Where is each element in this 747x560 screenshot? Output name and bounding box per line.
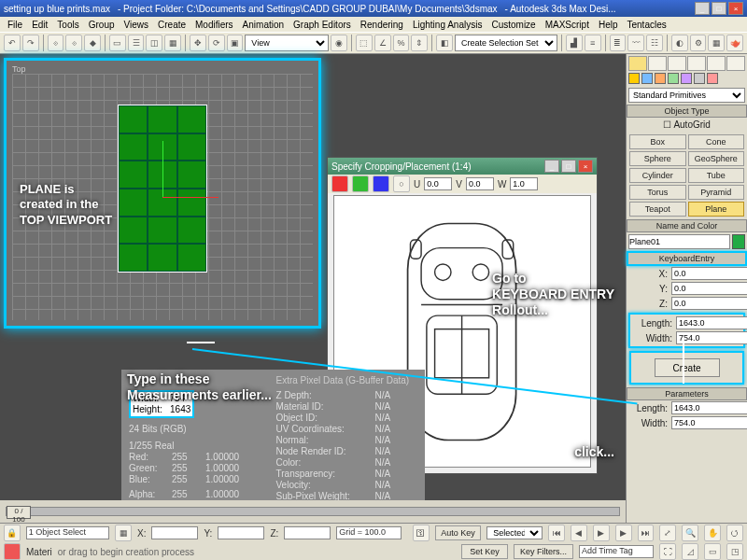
prim-pyramid[interactable]: Pyramid (688, 185, 745, 200)
geometry-icon[interactable] (628, 73, 640, 84)
coord-z-input[interactable] (284, 526, 331, 539)
close-button[interactable]: × (728, 2, 743, 15)
prim-cone[interactable]: Cone (688, 134, 745, 149)
render-frame-button[interactable]: ▦ (708, 35, 725, 51)
menu-help[interactable]: Help (595, 20, 622, 30)
coord-x-input[interactable] (151, 526, 198, 539)
crop-max-button[interactable]: □ (561, 160, 576, 173)
helpers-icon[interactable] (681, 73, 692, 84)
menu-modifiers[interactable]: Modifiers (191, 20, 237, 30)
cameras-icon[interactable] (668, 73, 679, 84)
named-sel-button[interactable]: ◧ (436, 35, 453, 51)
motion-tab[interactable] (687, 56, 706, 71)
crop-w-input[interactable] (510, 177, 538, 190)
top-viewport[interactable]: Top PLANE iscreated in theTOP VIEWPORT (4, 58, 321, 329)
time-thumb[interactable]: 0 / 100 (7, 506, 31, 519)
zoom-ext-icon[interactable]: ⤢ (659, 525, 676, 541)
select-region-button[interactable]: ◫ (146, 35, 162, 51)
keyboard-entry-header[interactable]: KeyboardEntry (627, 251, 747, 266)
kbd-width-input[interactable] (676, 331, 747, 344)
material-button[interactable]: ◐ (671, 35, 688, 51)
prim-sphere[interactable]: Sphere (629, 151, 686, 166)
time-slider[interactable]: 0 / 100 (0, 500, 626, 523)
key-icon[interactable]: ⚿ (413, 525, 430, 541)
prim-torus[interactable]: Torus (629, 185, 686, 200)
menu-lighting-analysis[interactable]: Lighting Analysis (409, 20, 486, 30)
bind-button[interactable]: ◆ (84, 35, 101, 51)
create-button[interactable]: Create (655, 358, 720, 377)
zoom-icon[interactable]: 🔍 (682, 525, 698, 541)
named-sel-dropdown[interactable]: Create Selection Set (455, 35, 557, 51)
snap-button[interactable]: ⬚ (356, 35, 373, 51)
link-button[interactable]: ⟐ (48, 35, 64, 51)
kbd-z-input[interactable] (671, 297, 747, 310)
autogrid-check[interactable]: ☐ AutoGrid (627, 118, 747, 132)
min-max-icon[interactable]: ⛶ (659, 543, 676, 560)
scale-button[interactable]: ▣ (227, 35, 244, 51)
crop-min-button[interactable]: _ (544, 160, 559, 173)
menu-graph-editors[interactable]: Graph Editors (289, 20, 355, 30)
param-length-input[interactable] (671, 401, 747, 414)
menu-maxscript[interactable]: MAXScript (542, 20, 593, 30)
modify-tab[interactable] (648, 56, 667, 71)
crop-red-icon[interactable] (331, 175, 348, 192)
zoom-region-icon[interactable]: ▭ (704, 543, 721, 560)
prim-cylinder[interactable]: Cylinder (629, 168, 686, 183)
object-name-input[interactable] (628, 234, 730, 249)
render-button[interactable]: 🫖 (726, 35, 743, 51)
prim-geosphere[interactable]: GeoSphere (688, 151, 745, 166)
spinner-snap-button[interactable]: ⇕ (411, 35, 428, 51)
crop-v-input[interactable] (466, 177, 494, 190)
kbd-x-input[interactable] (671, 267, 747, 280)
display-tab[interactable] (707, 56, 726, 71)
render-setup-button[interactable]: ⚙ (690, 35, 707, 51)
crop-alpha-icon[interactable]: ○ (393, 175, 410, 192)
prim-plane[interactable]: Plane (688, 202, 745, 217)
prim-teapot[interactable]: Teapot (629, 202, 686, 217)
ref-coord-dropdown[interactable]: View (245, 35, 329, 51)
isolate-icon[interactable]: ▦ (115, 525, 132, 541)
redo-button[interactable]: ↷ (22, 35, 39, 51)
schematic-button[interactable]: ☷ (646, 35, 663, 51)
crop-blue-icon[interactable] (373, 175, 389, 192)
menu-customize[interactable]: Customize (487, 20, 539, 30)
angle-snap-button[interactable]: ∠ (374, 35, 391, 51)
pan-icon[interactable]: ✋ (704, 525, 721, 541)
menu-views[interactable]: Views (120, 20, 153, 30)
goto-start-icon[interactable]: ⏮ (548, 525, 565, 541)
setkey-button[interactable]: Set Key (461, 544, 508, 559)
kbd-y-input[interactable] (671, 282, 747, 295)
menu-tools[interactable]: Tools (53, 20, 82, 30)
prim-box[interactable]: Box (629, 134, 686, 149)
lights-icon[interactable] (655, 73, 666, 84)
keyfilters-button[interactable]: Key Filters... (514, 544, 573, 559)
select-button[interactable]: ▭ (109, 35, 126, 51)
crop-u-input[interactable] (424, 177, 452, 190)
hierarchy-tab[interactable] (668, 56, 686, 71)
parameters-header[interactable]: Parameters (627, 387, 747, 400)
keymode-dropdown[interactable]: Selected (486, 526, 543, 539)
menu-animation[interactable]: Animation (239, 20, 288, 30)
curve-editor-button[interactable]: 〰 (627, 35, 644, 51)
crop-green-icon[interactable] (352, 175, 369, 192)
align-button[interactable]: ≡ (585, 35, 601, 51)
shapes-icon[interactable] (641, 73, 653, 84)
goto-end-icon[interactable]: ⏭ (638, 525, 655, 541)
select-name-button[interactable]: ☰ (128, 35, 145, 51)
object-color-swatch[interactable] (732, 234, 745, 249)
crop-close-button[interactable]: × (578, 160, 593, 173)
utilities-tab[interactable] (726, 56, 745, 71)
minimize-button[interactable]: _ (695, 2, 710, 15)
window-crossing-button[interactable]: ▦ (164, 35, 181, 51)
pivot-button[interactable]: ◉ (331, 35, 347, 51)
mirror-button[interactable]: ▟ (566, 35, 583, 51)
next-frame-icon[interactable]: ▶ (615, 525, 632, 541)
name-color-header[interactable]: Name and Color (627, 219, 747, 232)
menu-rendering[interactable]: Rendering (357, 20, 407, 30)
menu-tentacles[interactable]: Tentacles (624, 20, 670, 30)
lock-icon[interactable]: 🔒 (4, 525, 21, 541)
addtimetag[interactable]: Add Time Tag (579, 545, 654, 558)
rotate-button[interactable]: ⟳ (208, 35, 225, 51)
layer-button[interactable]: ≣ (610, 35, 627, 51)
menu-edit[interactable]: Edit (28, 20, 51, 30)
